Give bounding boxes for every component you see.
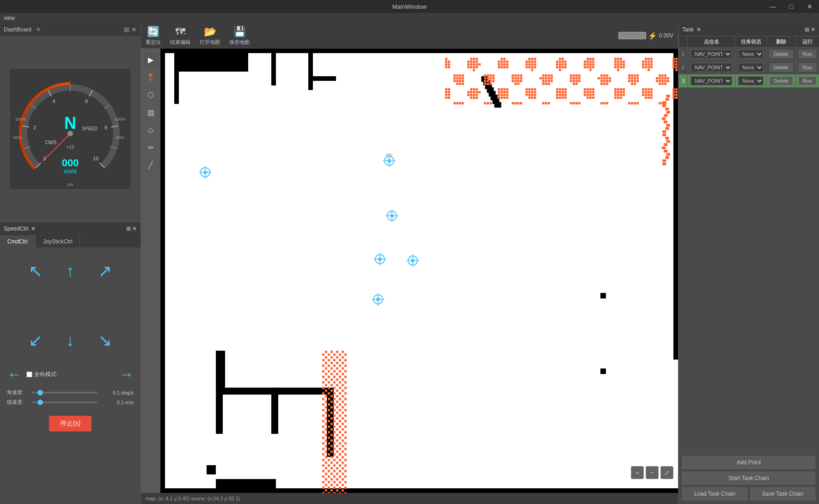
dashboard-pin-button[interactable]: ⊞ <box>124 26 129 33</box>
linear-speed-slider[interactable] <box>31 401 98 403</box>
dashboard-title-area: DashBoard ✕ <box>4 26 41 33</box>
tool-network[interactable]: ⬡ <box>143 87 158 102</box>
tool-line[interactable]: ╱ <box>143 158 158 172</box>
tool-nav-point[interactable]: 📍 <box>143 70 158 85</box>
task-pin-button[interactable]: ⊞ <box>805 26 809 33</box>
center-area: 🔄 重定位 🗺 结束编辑 📂 打开地图 💾 保存地图 ⚡ 0.00V <box>141 23 678 504</box>
tab-joystickctrl[interactable]: JoyStickCtrl <box>36 235 80 248</box>
tool-zone[interactable]: ▨ <box>143 105 158 120</box>
add-point-button[interactable]: Add Point <box>682 456 815 469</box>
tool-draw[interactable]: ✏ <box>143 140 158 155</box>
map-canvas[interactable] <box>160 49 678 493</box>
dir-btn-up[interactable]: ↑ <box>54 255 86 287</box>
point-select[interactable]: NAV_POINT_6 <box>691 49 732 59</box>
map-status-bar: map: (x:-4.1 y:3.45) scene: (x:24.2 y:32… <box>141 493 678 504</box>
dir-btn-empty-right <box>89 290 121 322</box>
maximize-button[interactable]: □ <box>782 0 801 13</box>
window-title: MainWindow <box>392 3 427 10</box>
tool-erase[interactable]: ◇ <box>143 122 158 137</box>
row-num-cell: 2 <box>679 61 688 74</box>
angle-speed-value: 0.1 deg/s <box>101 390 134 395</box>
dir-btn-left[interactable]: ← <box>7 366 22 383</box>
left-tool-bar: ▶ 📍 ⬡ ▨ ◇ ✏ ╱ <box>141 49 160 493</box>
run-row-button[interactable]: Run <box>799 50 816 58</box>
run-row-button[interactable]: Run <box>799 77 816 85</box>
col-header-run: 运行 <box>795 36 819 48</box>
chain-buttons: Load Task Chain Save Task Chain <box>682 487 815 500</box>
dir-btn-center <box>54 290 86 322</box>
run-row-button[interactable]: Run <box>799 63 816 72</box>
delete-row-button[interactable]: Delete <box>770 50 793 58</box>
dir-btn-upleft[interactable]: ↖ <box>19 255 52 287</box>
toolbar-save-map-button[interactable]: 💾 保存地图 <box>229 26 250 46</box>
toolbar-reset-button[interactable]: 🔄 重定位 <box>146 26 161 46</box>
dashboard-close-button[interactable]: ✕ <box>36 26 41 33</box>
point-select[interactable]: NAV_POINT_5 <box>691 63 732 72</box>
omni-row: ← 全向模式: → <box>0 364 141 385</box>
save-map-label: 保存地图 <box>229 39 250 46</box>
run-cell: Run <box>795 61 819 74</box>
speedctrl-pin-button[interactable]: ⊞ <box>126 225 131 232</box>
minimize-button[interactable]: — <box>764 0 782 13</box>
delete-cell: Delete <box>767 74 796 88</box>
dashboard-header: DashBoard ✕ ⊞ ✕ <box>0 23 141 36</box>
stop-button[interactable]: 停止(s) <box>49 416 92 431</box>
dir-btn-upright[interactable]: ↗ <box>89 255 121 287</box>
point-select[interactable]: NAV_POINT_1 <box>691 76 732 85</box>
speedctrl-detach-button[interactable]: ✕ <box>132 225 137 232</box>
dashboard-detach-button[interactable]: ✕ <box>131 26 137 33</box>
status-select[interactable]: None <box>738 63 764 72</box>
dir-btn-right[interactable]: → <box>119 366 134 383</box>
speedctrl-close-button[interactable]: ✕ <box>31 225 36 232</box>
task-close-button[interactable]: ✕ <box>697 26 701 33</box>
load-task-chain-button[interactable]: Load Task Chain <box>682 487 747 500</box>
status-select[interactable]: None <box>738 49 764 59</box>
tab-cmdctrl[interactable]: CmdCtrl <box>0 235 36 248</box>
open-map-label: 打开地图 <box>200 39 220 46</box>
tool-select[interactable]: ▶ <box>143 52 158 67</box>
dir-btn-empty-left <box>19 290 52 322</box>
reset-label: 重定位 <box>146 39 161 46</box>
start-task-chain-button[interactable]: Start Task Chain <box>682 472 815 485</box>
linear-speed-value: 0.1 m/s <box>101 400 134 405</box>
map-toolbar: 🔄 重定位 🗺 结束编辑 📂 打开地图 💾 保存地图 ⚡ 0.00V <box>141 23 678 49</box>
angle-speed-slider[interactable] <box>31 392 98 394</box>
status-select[interactable]: None <box>738 76 764 85</box>
delete-cell: Delete <box>767 61 796 74</box>
omni-mode-checkbox[interactable] <box>26 371 32 377</box>
window-controls: — □ ✕ <box>764 0 819 13</box>
task-header: Task ✕ ⊞ ✕ <box>678 23 819 36</box>
col-header-num <box>679 36 688 48</box>
row-num-cell: 3 <box>679 74 688 88</box>
menu-item-view[interactable]: view <box>4 15 15 21</box>
gauge-area <box>0 36 141 222</box>
map-container[interactable]: ▶ 📍 ⬡ ▨ ◇ ✏ ╱ ✏ + − ⤢ <box>141 49 678 493</box>
left-panels: DashBoard ✕ ⊞ ✕ SpeedCtrl ✕ ⊞ <box>0 23 141 504</box>
task-detach-button[interactable]: ✕ <box>811 26 815 33</box>
zoom-out-button[interactable]: − <box>646 466 659 479</box>
title-bar: MainWindow — □ ✕ <box>0 0 819 13</box>
task-title: Task <box>682 26 694 33</box>
save-task-chain-button[interactable]: Save Task Chain <box>750 487 815 500</box>
dir-btn-down[interactable]: ↓ <box>54 324 86 357</box>
col-header-delete: 删除 <box>767 36 796 48</box>
delete-row-button[interactable]: Delete <box>770 63 793 72</box>
speedctrl-tab-bar: CmdCtrl JoyStickCtrl <box>0 235 141 248</box>
toolbar-open-map-button[interactable]: 📂 打开地图 <box>200 26 220 46</box>
power-area: ⚡ 0.00V <box>618 31 673 40</box>
toolbar-end-edit-button[interactable]: 🗺 结束编辑 <box>170 26 190 46</box>
dir-btn-downright[interactable]: ↘ <box>89 324 121 357</box>
zoom-fit-button[interactable]: ⤢ <box>660 466 673 479</box>
power-icon: ⚡ <box>648 31 657 40</box>
point-name-cell: NAV_POINT_5 <box>688 61 735 74</box>
col-header-point: 点位名 <box>688 36 735 48</box>
run-cell: Run <box>795 48 819 61</box>
delete-row-button[interactable]: Delete <box>770 77 793 85</box>
close-button[interactable]: ✕ <box>801 0 819 13</box>
zoom-in-button[interactable]: + <box>631 466 644 479</box>
map-coordinates: map: (x:-4.1 y:3.45) scene: (x:24.2 y:32… <box>146 496 240 501</box>
dir-btn-downleft[interactable]: ↙ <box>19 324 52 357</box>
reset-icon: 🔄 <box>147 26 159 38</box>
task-pin-controls: ⊞ ✕ <box>805 26 815 33</box>
linear-speed-label: 线速度: <box>7 399 28 406</box>
